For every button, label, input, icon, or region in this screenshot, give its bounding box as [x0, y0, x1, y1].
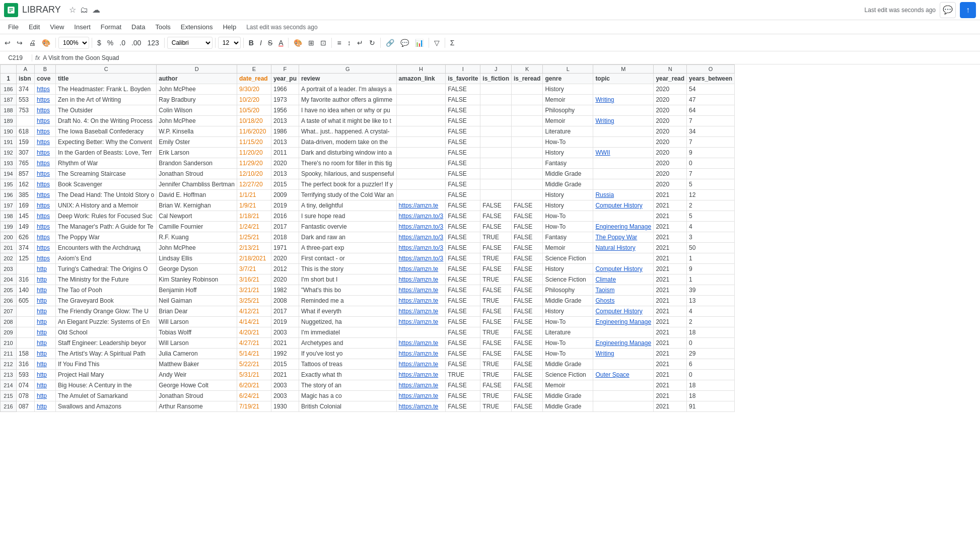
- col-header-m[interactable]: M: [593, 65, 654, 74]
- year-pub-cell[interactable]: 2013: [271, 137, 299, 148]
- is-fiction-cell[interactable]: FALSE: [480, 317, 512, 327]
- years-between-cell[interactable]: 7: [687, 169, 735, 179]
- review-cell[interactable]: What.. just.. happened. A crystal-: [299, 126, 397, 137]
- year-read-cell[interactable]: 2020: [654, 116, 687, 126]
- cover-cell[interactable]: https: [35, 179, 56, 190]
- review-cell[interactable]: There's no room for filler in this tig: [299, 158, 397, 169]
- header-years-between[interactable]: years_between: [687, 74, 735, 84]
- author-cell[interactable]: Colin Wilson: [157, 105, 237, 116]
- formula-content[interactable]: A Visit from the Goon Squad: [43, 54, 978, 61]
- genre-cell[interactable]: How-To: [543, 349, 593, 359]
- is-favorite-cell[interactable]: FALSE: [446, 200, 480, 211]
- is-favorite-cell[interactable]: FALSE: [446, 380, 480, 391]
- year-read-cell[interactable]: 2021: [654, 317, 687, 327]
- is-fiction-cell[interactable]: FALSE: [480, 338, 512, 349]
- cover-cell[interactable]: http: [35, 338, 56, 349]
- is-reread-cell[interactable]: FALSE: [512, 359, 543, 370]
- review-cell[interactable]: If you've lost yo: [299, 349, 397, 359]
- cover-cell[interactable]: http: [35, 317, 56, 327]
- cover-cell[interactable]: http: [35, 285, 56, 296]
- genre-cell[interactable]: Middle Grade: [543, 296, 593, 306]
- genre-cell[interactable]: How-To: [543, 317, 593, 327]
- title-cell[interactable]: Rhythm of War: [56, 158, 157, 169]
- row-num-213[interactable]: 213: [1, 370, 17, 380]
- title-cell[interactable]: Big House: A Century in the: [56, 380, 157, 391]
- is-reread-cell[interactable]: [512, 116, 543, 126]
- row-num-187[interactable]: 187: [1, 95, 17, 105]
- cover-cell[interactable]: http: [35, 264, 56, 274]
- years-between-cell[interactable]: 2: [687, 317, 735, 327]
- is-reread-cell[interactable]: FALSE: [512, 232, 543, 243]
- review-cell[interactable]: Magic has a co: [299, 391, 397, 401]
- genre-cell[interactable]: Middle Grade: [543, 401, 593, 412]
- menu-extensions[interactable]: Extensions: [177, 22, 217, 32]
- row-num-205[interactable]: 205: [1, 285, 17, 296]
- is-reread-cell[interactable]: FALSE: [512, 306, 543, 317]
- author-cell[interactable]: Neil Gaiman: [157, 296, 237, 306]
- is-reread-cell[interactable]: FALSE: [512, 253, 543, 264]
- comment-btn[interactable]: 💬: [940, 2, 956, 18]
- is-fiction-cell[interactable]: [480, 95, 512, 105]
- review-cell[interactable]: The story of an: [299, 380, 397, 391]
- year-read-cell[interactable]: 2020: [654, 179, 687, 190]
- years-between-cell[interactable]: 1: [687, 274, 735, 285]
- folder-icon[interactable]: 🗂: [80, 6, 88, 15]
- title-cell[interactable]: In the Garden of Beasts: Love, Terr: [56, 148, 157, 158]
- isbn-cell[interactable]: 618: [17, 126, 35, 137]
- year-read-cell[interactable]: 2021: [654, 243, 687, 253]
- isbn-cell[interactable]: 593: [17, 370, 35, 380]
- is-reread-cell[interactable]: FALSE: [512, 349, 543, 359]
- row-num-214[interactable]: 214: [1, 380, 17, 391]
- date-read-cell[interactable]: 6/24/21: [237, 391, 271, 401]
- genre-cell[interactable]: History: [543, 190, 593, 200]
- review-cell[interactable]: Fantastic overvie: [299, 222, 397, 232]
- is-fiction-cell[interactable]: [480, 179, 512, 190]
- isbn-cell[interactable]: 140: [17, 285, 35, 296]
- menu-view[interactable]: View: [46, 22, 68, 32]
- date-read-cell[interactable]: 3/16/21: [237, 274, 271, 285]
- author-cell[interactable]: Brian Dear: [157, 306, 237, 317]
- title-cell[interactable]: The Tao of Pooh: [56, 285, 157, 296]
- review-cell[interactable]: A tiny, delightful: [299, 200, 397, 211]
- is-fiction-cell[interactable]: [480, 116, 512, 126]
- title-cell[interactable]: Axiom's End: [56, 253, 157, 264]
- topic-cell[interactable]: Writing: [593, 95, 654, 105]
- years-between-cell[interactable]: 3: [687, 232, 735, 243]
- year-pub-cell[interactable]: 2017: [271, 306, 299, 317]
- cover-cell[interactable]: https: [35, 126, 56, 137]
- author-cell[interactable]: Emily Oster: [157, 137, 237, 148]
- amazon-cell[interactable]: https://amzn.te: [396, 401, 446, 412]
- title-cell[interactable]: Project Hail Mary: [56, 370, 157, 380]
- year-pub-cell[interactable]: 2021: [271, 338, 299, 349]
- topic-cell[interactable]: [593, 253, 654, 264]
- author-cell[interactable]: Benjamin Hoff: [157, 285, 237, 296]
- is-reread-cell[interactable]: FALSE: [512, 211, 543, 222]
- is-reread-cell[interactable]: FALSE: [512, 338, 543, 349]
- topic-cell[interactable]: [593, 84, 654, 95]
- cloud-icon[interactable]: ☁: [92, 5, 100, 15]
- row-num-188[interactable]: 188: [1, 105, 17, 116]
- col-header-c[interactable]: C: [56, 65, 157, 74]
- is-fiction-cell[interactable]: FALSE: [480, 200, 512, 211]
- is-fiction-cell[interactable]: TRUE: [480, 359, 512, 370]
- amazon-cell[interactable]: https://amzn.te: [396, 264, 446, 274]
- is-fiction-cell[interactable]: [480, 84, 512, 95]
- is-favorite-cell[interactable]: FALSE: [446, 211, 480, 222]
- is-favorite-cell[interactable]: FALSE: [446, 232, 480, 243]
- is-favorite-cell[interactable]: FALSE: [446, 190, 480, 200]
- year-read-cell[interactable]: 2021: [654, 211, 687, 222]
- is-favorite-cell[interactable]: FALSE: [446, 105, 480, 116]
- cover-cell[interactable]: https: [35, 116, 56, 126]
- topic-cell[interactable]: [593, 137, 654, 148]
- title-cell[interactable]: If You Find This: [56, 359, 157, 370]
- header-is-favorite[interactable]: is_favorite: [446, 74, 480, 84]
- isbn-cell[interactable]: 374: [17, 84, 35, 95]
- amazon-cell[interactable]: [396, 84, 446, 95]
- cover-cell[interactable]: http: [35, 296, 56, 306]
- title-cell[interactable]: The Ministry for the Future: [56, 274, 157, 285]
- author-cell[interactable]: Julia Cameron: [157, 349, 237, 359]
- year-pub-cell[interactable]: 2013: [271, 169, 299, 179]
- years-between-cell[interactable]: 47: [687, 95, 735, 105]
- author-cell[interactable]: Will Larson: [157, 338, 237, 349]
- col-header-i[interactable]: I: [446, 65, 480, 74]
